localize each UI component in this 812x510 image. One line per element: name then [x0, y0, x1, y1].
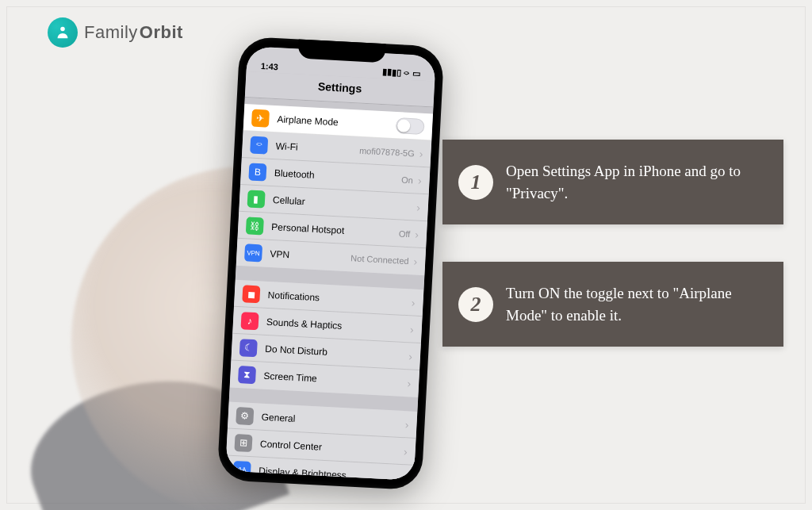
status-indicators: ▮▮▮▯ ⌔ ▭	[381, 67, 421, 79]
screentime-icon: ⧗	[238, 366, 256, 384]
cellular-icon: ▮	[247, 190, 266, 208]
wifi-icon: ⌔	[404, 68, 410, 78]
dnd-icon: ☾	[239, 339, 258, 357]
row-label: Personal Hotspot	[271, 221, 399, 239]
step-number-1: 1	[458, 165, 493, 200]
wifi-icon: ⌔	[250, 136, 268, 154]
chevron-right-icon: ›	[413, 255, 418, 267]
instruction-card-1: 1 Open Settings App in iPhone and go to …	[442, 140, 783, 224]
iphone-frame: 1:43 ▮▮▮▯ ⌔ ▭ Settings ✈Airplane Mode⌔Wi…	[217, 36, 445, 491]
step-text-2: Turn ON the toggle next to "Airplane Mod…	[506, 282, 766, 326]
hotspot-icon: ⛓	[246, 217, 264, 235]
row-label: General	[261, 411, 404, 429]
row-label: Do Not Disturb	[265, 343, 408, 361]
chevron-right-icon: ›	[415, 228, 419, 240]
row-value: On	[401, 174, 413, 185]
row-value: Not Connected	[350, 253, 409, 266]
bluetooth-icon: B	[248, 163, 266, 181]
notifications-icon: ◼	[242, 285, 260, 303]
hand-holding-phone: 1:43 ▮▮▮▯ ⌔ ▭ Settings ✈Airplane Mode⌔Wi…	[32, 32, 444, 508]
step-number-2: 2	[458, 287, 493, 322]
vpn-icon: VPN	[244, 243, 262, 262]
general-icon: ⚙	[236, 407, 254, 425]
chevron-right-icon: ›	[404, 418, 409, 431]
signal-icon: ▮▮▮▯	[381, 67, 401, 78]
row-label: Cellular	[273, 194, 416, 213]
controlcenter-icon: ⊞	[234, 433, 252, 451]
row-label: Notifications	[267, 289, 410, 307]
settings-group: ⚙General›⊞Control Center›AADisplay & Bri…	[225, 402, 417, 481]
display-icon: AA	[233, 460, 251, 478]
chevron-right-icon: ›	[408, 350, 413, 362]
battery-icon: ▭	[412, 68, 421, 79]
airplane-toggle[interactable]	[396, 117, 425, 135]
row-label: Bluetooth	[274, 167, 402, 185]
chevron-right-icon: ›	[402, 472, 407, 481]
sounds-icon: ♪	[241, 312, 259, 330]
row-label: Wi-Fi	[275, 140, 359, 156]
row-label: VPN	[270, 248, 351, 263]
chevron-right-icon: ›	[410, 323, 415, 336]
chevron-right-icon: ›	[404, 445, 408, 458]
settings-group: ◼Notifications›♪Sounds & Haptics›☾Do Not…	[230, 280, 424, 397]
row-value: mofi07878-5G	[359, 145, 415, 158]
row-label: Display & Brightness	[259, 465, 401, 481]
chevron-right-icon: ›	[419, 147, 423, 159]
instruction-card-2: 2 Turn ON the toggle next to "Airplane M…	[442, 262, 783, 347]
chevron-right-icon: ›	[407, 377, 412, 389]
row-label: Airplane Mode	[277, 113, 396, 131]
airplane-icon: ✈	[251, 109, 270, 127]
row-label: Sounds & Haptics	[266, 316, 409, 334]
phone-screen: 1:43 ▮▮▮▯ ⌔ ▭ Settings ✈Airplane Mode⌔Wi…	[225, 46, 436, 481]
chevron-right-icon: ›	[418, 174, 423, 186]
status-time: 1:43	[261, 61, 279, 71]
chevron-right-icon: ›	[411, 296, 416, 309]
chevron-right-icon: ›	[416, 201, 421, 213]
svg-point-0	[60, 27, 65, 32]
row-value: Off	[399, 228, 411, 239]
settings-group: ✈Airplane Mode⌔Wi-Fimofi07878-5G›BBlueto…	[236, 104, 433, 275]
step-text-1: Open Settings App in iPhone and go to "P…	[506, 160, 766, 204]
settings-list[interactable]: ✈Airplane Mode⌔Wi-Fimofi07878-5G›BBlueto…	[225, 98, 433, 481]
row-label: Screen Time	[263, 370, 406, 389]
row-label: Control Center	[260, 438, 403, 456]
